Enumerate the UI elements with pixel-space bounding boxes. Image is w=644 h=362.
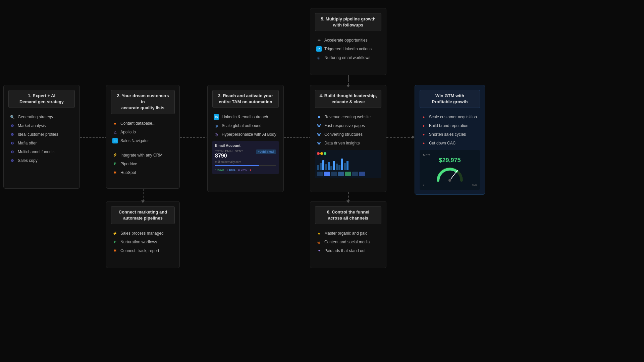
stat-sent: ↑ 2378 [215,168,224,172]
gear-icon: ⚙ [10,123,15,128]
arrow-5-4-down [348,75,349,85]
step1-title: 1. Expert + AIDemand gen strategy [8,90,75,108]
item-multichannel: ⚙ Multichannel funnels [8,147,75,156]
gear-icon2: ⚙ [10,132,15,137]
bullet-icon1: ● [421,114,426,120]
svg-point-1 [448,179,451,182]
item-organic-paid: ★ Master organic and paid [315,229,381,238]
stat-rate: ● 72% [238,168,247,172]
track-icon: H [112,248,118,253]
item-mafia: ⚙ Mafia offer [8,139,75,147]
metric-display: MRR $29,975 050k [420,150,480,190]
search-icon: 🔍 [10,114,15,120]
connect-title: Connect marketing andautomate pipelines [111,206,175,224]
gauge-labels: 050k [423,183,477,186]
item-sales-nav: in Sales Navigator [111,136,175,145]
hubspot-icon: H [112,170,118,175]
item-nurturation: P Nurturation worflows [111,238,175,246]
item-cut-cac: ● Cut down CAC [420,139,480,147]
metric-label-top: MRR [423,154,477,157]
wp-icon3: W [316,140,322,146]
step2-card: 2. Your dream customers inaccurate quali… [106,85,180,189]
grid-blocks [317,172,379,176]
website-icon: ■ [316,114,322,120]
item-connect-track: H Connect, track, report [111,246,175,255]
step4-screenshot [315,150,381,178]
arrow-2-connect [143,189,144,201]
email-stat-value: 8790 [215,153,243,159]
win-gtm-card: Win GTM withProfitable growth ● Scale cu… [415,85,485,195]
step6-card: 6. Control the funnelacross all channels… [310,201,386,268]
arrow-4-6 [348,192,349,201]
item-hyperpersonalize: ◎ Hyperpersonalize with AI Body [212,130,279,139]
item-accelerate: ✏ Accelerate opportunities [315,36,381,45]
arrowhead-2-connect [141,200,145,203]
organic-icon: ★ [316,231,322,236]
step3-card: 3. Reach and activate yourentire TAM on … [207,85,284,192]
step4-title: 4. Build thought leadership,educate & cl… [315,90,381,108]
ai-icon: ◎ [214,132,219,137]
item-revenue-website: ■ Revenue creating website [315,113,381,121]
item-generating: 🔍 Generating strategy... [8,113,75,121]
bullet-icon3: ● [421,132,426,137]
item-shorten: ● Shorten sales cycles [420,130,480,139]
email-account-mock: Email Account TOTAL EMAIL SENT 8790 + Ad… [212,141,279,174]
step2-title: 2. Your dream customers inaccurate quali… [111,90,175,114]
gear-icon4: ⚙ [10,149,15,155]
item-content-social: ◎ Content and social media [315,238,381,246]
arrowhead-4-6 [346,200,350,203]
progress-bar [215,165,276,166]
item-market: ⚙ Market analysis [8,121,75,130]
step-connect-card: Connect marketing andautomate pipelines … [106,201,180,268]
win-gtm-title: Win GTM withProfitable growth [420,90,480,108]
linkedin-icon: in [112,138,118,143]
email-footer: ↑ 2378 ▪ 1804 ● 72% ● [215,168,276,172]
arrow-3-4 [284,137,311,138]
bullet-icon2: ● [421,123,426,128]
item-paid-ads: ✦ Paid ads that stand out [315,246,381,255]
progress-fill [215,165,259,166]
item-nurturing-email: ◎ Nurturing email workflows [315,53,381,62]
step4-card: 4. Build thought leadership,educate & cl… [310,85,386,192]
globe-icon: ◎ [214,123,219,128]
metric-value: $29,975 [423,157,477,164]
total-label: TOTAL EMAIL SENT [215,149,243,153]
step6-title: 6. Control the funnelacross all channels [315,206,381,224]
step3-title: 3. Reach and activate yourentire TAM on … [212,90,279,108]
nurt-icon: P [112,239,118,245]
item-hubspot: H HubSpot [111,168,175,177]
item-crm: ⚡ Integrate with any CRM [111,151,175,160]
apollo-icon: △ [112,129,118,135]
stat-error: ● [250,168,251,172]
item-sales-process: ⚡ Sales process managed [111,229,175,238]
arrow-4-win [386,137,413,138]
pipedrive-icon: P [112,161,118,167]
step5-title: 5. Multiply pipeline growthwith followup… [315,13,381,31]
gauge-svg [435,165,465,182]
wp-icon2: W [316,132,322,137]
arrowhead-5-4 [346,85,350,87]
item-global-outbound: ◎ Scale global outbound [212,121,279,130]
divider-2 [111,148,175,148]
gear-icon3: ⚙ [10,140,15,146]
bullet-icon4: ● [421,140,426,146]
chart-bars [317,157,379,170]
item-apollo: △ Apollo.io [111,128,175,136]
arrow-2-3 [180,137,209,138]
stat-opened: ▪ 1804 [227,168,235,172]
step1-card: 1. Expert + AIDemand gen strategy 🔍 Gene… [3,85,80,189]
wp-icon: W [316,123,322,128]
item-linkedin-email: in Linkedin & email outreach [212,113,279,121]
svg-line-0 [450,170,458,180]
gear-icon5: ⚙ [10,158,15,163]
email-address: m@coldemaily.com [215,160,276,164]
item-fast-pages: W Fast responsive pages [315,121,381,130]
item-pipedrive: P Pipedrive [111,160,175,168]
item-salescopy: ⚙ Sales copy [8,156,75,165]
linkedin-icon3: in [316,46,322,52]
email-flow-icon: ◎ [316,55,322,60]
add-email-button[interactable]: + Add Email [256,149,276,154]
social-icon: ◎ [316,239,322,245]
item-build-brand: ● Build brand reputation [420,121,480,130]
sales-icon: ⚡ [112,231,118,236]
